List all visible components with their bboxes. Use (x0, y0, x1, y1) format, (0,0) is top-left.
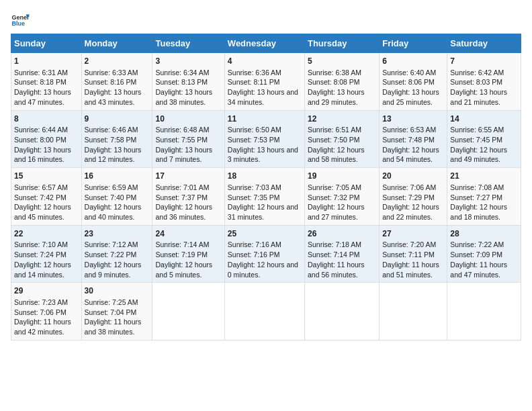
day-number: 22 (14, 228, 79, 240)
daylight: Daylight: 11 hours and 42 minutes. (14, 318, 71, 336)
sunrise: Sunrise: 6:33 AM (85, 68, 138, 77)
logo-icon: General Blue (11, 11, 30, 30)
sunset: Sunset: 7:48 PM (382, 136, 435, 144)
sunrise: Sunrise: 6:46 AM (85, 126, 138, 134)
column-header-wednesday: Wednesday (224, 34, 304, 53)
sunrise: Sunrise: 6:51 AM (308, 126, 361, 134)
sunset: Sunset: 7:53 PM (228, 136, 280, 144)
sunrise: Sunrise: 7:25 AM (85, 298, 138, 306)
day-number: 15 (14, 171, 79, 182)
day-number: 6 (382, 56, 444, 67)
column-header-monday: Monday (81, 34, 152, 53)
daylight: Daylight: 12 hours and 40 minutes. (85, 203, 142, 221)
day-number: 7 (450, 56, 518, 67)
daylight: Daylight: 13 hours and 43 minutes. (85, 88, 142, 106)
calendar-cell: 11Sunrise: 6:50 AMSunset: 7:53 PMDayligh… (224, 110, 304, 168)
column-header-friday: Friday (380, 34, 447, 53)
daylight: Daylight: 12 hours and 27 minutes. (308, 203, 365, 221)
day-number: 8 (14, 113, 79, 125)
day-number: 26 (308, 228, 376, 240)
calendar-cell: 23Sunrise: 7:12 AMSunset: 7:22 PMDayligh… (81, 225, 152, 283)
svg-text:Blue: Blue (11, 20, 25, 27)
day-number: 4 (228, 56, 302, 67)
sunrise: Sunrise: 7:20 AM (382, 240, 436, 248)
calendar-cell (152, 283, 224, 340)
daylight: Daylight: 12 hours and 58 minutes. (308, 146, 365, 164)
calendar-row: 1Sunrise: 6:31 AMSunset: 8:18 PMDaylight… (11, 53, 521, 111)
calendar-cell: 10Sunrise: 6:48 AMSunset: 7:55 PMDayligh… (152, 110, 224, 168)
daylight: Daylight: 13 hours and 47 minutes. (14, 88, 71, 106)
calendar-cell: 29Sunrise: 7:23 AMSunset: 7:06 PMDayligh… (11, 283, 82, 340)
calendar-cell: 8Sunrise: 6:44 AMSunset: 8:00 PMDaylight… (11, 110, 82, 168)
daylight: Daylight: 12 hours and 14 minutes. (14, 261, 71, 279)
calendar-row: 15Sunrise: 6:57 AMSunset: 7:42 PMDayligh… (11, 168, 521, 226)
calendar-cell: 15Sunrise: 6:57 AMSunset: 7:42 PMDayligh… (11, 168, 82, 226)
sunrise: Sunrise: 6:34 AM (155, 68, 209, 77)
daylight: Daylight: 11 hours and 51 minutes. (382, 261, 439, 279)
column-header-sunday: Sunday (11, 34, 82, 53)
sunrise: Sunrise: 7:22 AM (450, 240, 504, 248)
daylight: Daylight: 12 hours and 31 minutes. (228, 203, 298, 221)
daylight: Daylight: 12 hours and 45 minutes. (14, 203, 71, 221)
sunset: Sunset: 7:24 PM (14, 250, 66, 259)
calendar-cell: 13Sunrise: 6:53 AMSunset: 7:48 PMDayligh… (380, 110, 447, 168)
sunset: Sunset: 8:00 PM (14, 136, 66, 144)
sunrise: Sunrise: 6:50 AM (228, 126, 281, 134)
calendar-cell: 19Sunrise: 7:05 AMSunset: 7:32 PMDayligh… (304, 168, 379, 226)
calendar-cell: 21Sunrise: 7:08 AMSunset: 7:27 PMDayligh… (447, 168, 521, 226)
calendar-cell: 18Sunrise: 7:03 AMSunset: 7:35 PMDayligh… (224, 168, 304, 226)
calendar-cell: 26Sunrise: 7:18 AMSunset: 7:14 PMDayligh… (304, 225, 379, 283)
sunrise: Sunrise: 6:57 AM (14, 183, 68, 191)
header: General Blue (11, 11, 521, 30)
daylight: Daylight: 13 hours and 34 minutes. (228, 88, 298, 106)
daylight: Daylight: 12 hours and 5 minutes. (155, 261, 212, 279)
calendar-cell: 14Sunrise: 6:55 AMSunset: 7:45 PMDayligh… (447, 110, 521, 168)
column-header-tuesday: Tuesday (152, 34, 224, 53)
sunset: Sunset: 7:42 PM (14, 193, 66, 201)
daylight: Daylight: 13 hours and 29 minutes. (308, 88, 365, 106)
calendar-cell: 4Sunrise: 6:36 AMSunset: 8:11 PMDaylight… (224, 53, 304, 111)
sunset: Sunset: 8:11 PM (228, 78, 280, 86)
sunset: Sunset: 7:27 PM (450, 193, 502, 201)
day-number: 9 (85, 113, 150, 125)
sunrise: Sunrise: 7:03 AM (228, 183, 281, 191)
calendar-header-row: SundayMondayTuesdayWednesdayThursdayFrid… (11, 34, 521, 53)
sunset: Sunset: 7:22 PM (85, 250, 137, 259)
sunset: Sunset: 7:14 PM (308, 250, 360, 259)
daylight: Daylight: 13 hours and 7 minutes. (155, 146, 212, 164)
sunrise: Sunrise: 6:42 AM (450, 68, 504, 77)
day-number: 12 (308, 113, 376, 125)
day-number: 18 (228, 171, 302, 182)
daylight: Daylight: 12 hours and 54 minutes. (382, 146, 439, 164)
day-number: 23 (85, 228, 150, 240)
sunrise: Sunrise: 6:40 AM (382, 68, 436, 77)
day-number: 2 (85, 56, 150, 67)
daylight: Daylight: 12 hours and 0 minutes. (228, 261, 298, 279)
day-number: 20 (382, 171, 444, 182)
daylight: Daylight: 13 hours and 21 minutes. (450, 88, 507, 106)
daylight: Daylight: 12 hours and 22 minutes. (382, 203, 439, 221)
calendar-cell: 27Sunrise: 7:20 AMSunset: 7:11 PMDayligh… (380, 225, 447, 283)
sunset: Sunset: 8:18 PM (14, 78, 66, 86)
sunset: Sunset: 7:19 PM (155, 250, 208, 259)
sunrise: Sunrise: 6:38 AM (308, 68, 361, 77)
sunset: Sunset: 7:29 PM (382, 193, 435, 201)
calendar-cell: 24Sunrise: 7:14 AMSunset: 7:19 PMDayligh… (152, 225, 224, 283)
column-header-thursday: Thursday (304, 34, 379, 53)
sunrise: Sunrise: 7:12 AM (85, 240, 138, 248)
calendar-cell: 3Sunrise: 6:34 AMSunset: 8:13 PMDaylight… (152, 53, 224, 111)
calendar-row: 29Sunrise: 7:23 AMSunset: 7:06 PMDayligh… (11, 283, 521, 340)
day-number: 29 (14, 285, 79, 297)
daylight: Daylight: 11 hours and 47 minutes. (450, 261, 507, 279)
day-number: 1 (14, 56, 79, 67)
sunrise: Sunrise: 6:31 AM (14, 68, 68, 77)
day-number: 19 (308, 171, 376, 182)
logo: General Blue (11, 11, 30, 30)
sunset: Sunset: 7:40 PM (85, 193, 137, 201)
day-number: 17 (155, 171, 221, 182)
sunset: Sunset: 8:13 PM (155, 78, 208, 86)
sunrise: Sunrise: 6:59 AM (85, 183, 138, 191)
sunset: Sunset: 7:32 PM (308, 193, 360, 201)
calendar-cell: 2Sunrise: 6:33 AMSunset: 8:16 PMDaylight… (81, 53, 152, 111)
day-number: 16 (85, 171, 150, 182)
